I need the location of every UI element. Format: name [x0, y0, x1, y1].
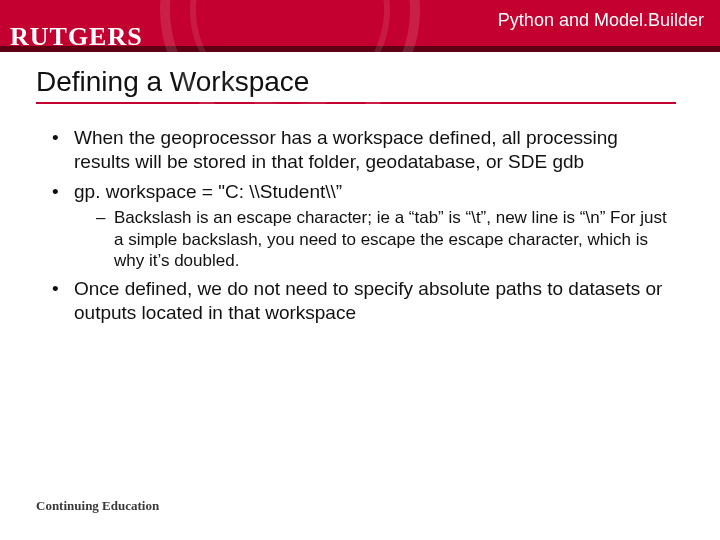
- header-course-title: Python and Model.Builder: [498, 10, 704, 31]
- slide-title: Defining a Workspace: [0, 52, 720, 102]
- rutgers-logo: RUTGERS: [10, 22, 143, 52]
- bullet-list: When the geoprocessor has a workspace de…: [46, 126, 674, 325]
- bullet-2: gp. workspace = "C: \\Student\\” Backsla…: [46, 180, 674, 272]
- slide-content: When the geoprocessor has a workspace de…: [0, 104, 720, 325]
- bullet-2-text: gp. workspace = "C: \\Student\\”: [74, 181, 342, 202]
- bullet-2-sub: Backslash is an escape character; ie a “…: [96, 207, 674, 271]
- bullet-3: Once defined, we do not need to specify …: [46, 277, 674, 325]
- sub-bullet-list: Backslash is an escape character; ie a “…: [96, 207, 674, 271]
- footer-text: Continuing Education: [36, 498, 159, 514]
- bullet-1: When the geoprocessor has a workspace de…: [46, 126, 674, 174]
- header-bar: RUTGERS Python and Model.Builder: [0, 0, 720, 46]
